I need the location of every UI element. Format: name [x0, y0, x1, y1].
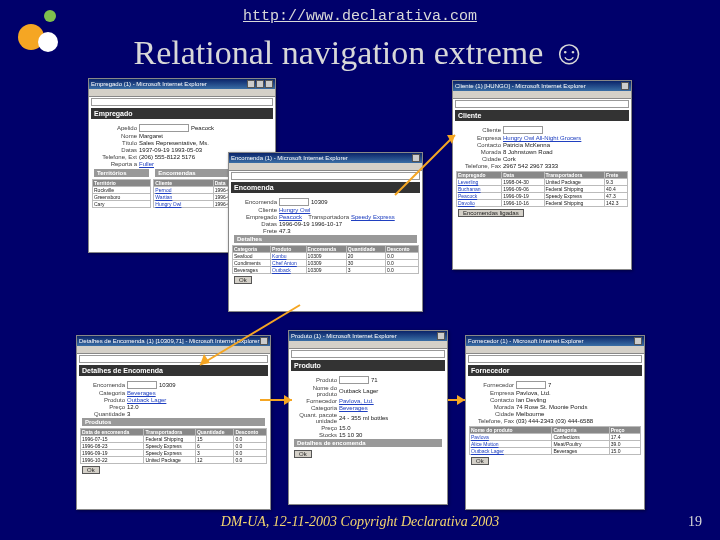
- field[interactable]: [339, 376, 369, 384]
- label: Cidade: [469, 411, 514, 417]
- label: Contacto: [456, 142, 501, 148]
- address-bar[interactable]: [455, 100, 629, 108]
- link[interactable]: Speedy Express: [351, 214, 395, 220]
- label: Transportadora: [304, 214, 349, 220]
- link-button[interactable]: Encomendas ligadas: [458, 209, 524, 217]
- label: Cliente: [232, 207, 277, 213]
- field[interactable]: [139, 124, 189, 132]
- field[interactable]: [279, 198, 309, 206]
- address-bar[interactable]: [91, 98, 273, 106]
- label: Encomenda: [232, 199, 277, 205]
- label: Reporta a: [92, 161, 137, 167]
- min-icon[interactable]: [247, 80, 255, 88]
- link[interactable]: Beverages: [127, 390, 156, 396]
- produtos-table: Data de encomendaTransportadoraQuantidad…: [80, 428, 267, 464]
- page-number: 19: [688, 514, 702, 530]
- label: Categoria: [292, 405, 337, 411]
- titlebar: Fornecedor (1) - Microsoft Internet Expl…: [466, 336, 644, 346]
- ok-button[interactable]: Ok: [234, 276, 252, 284]
- titlebar-text: Produto (1) - Microsoft Internet Explore…: [291, 331, 397, 341]
- encomendas-table: EmpregadoDataTransportadoraFrete Leverli…: [456, 171, 628, 207]
- label: Telefone, Fax: [456, 163, 501, 169]
- page-heading: Empregado: [91, 108, 273, 119]
- address-bar[interactable]: [231, 172, 420, 180]
- titlebar: Produto (1) - Microsoft Internet Explore…: [289, 331, 447, 341]
- field[interactable]: [516, 381, 546, 389]
- ok-button[interactable]: Ok: [294, 450, 312, 458]
- label: Empresa: [469, 390, 514, 396]
- address-bar[interactable]: [79, 355, 268, 363]
- window-detalhes: Detalhes de Encomenda (1) [10309,71] - M…: [76, 335, 271, 510]
- subheading: Detalhes: [234, 235, 417, 243]
- value: 2967 542 2967 3333: [503, 163, 558, 169]
- toolbar: [89, 89, 275, 97]
- field[interactable]: [503, 126, 543, 134]
- link[interactable]: Hungry Owl All-Night Grocers: [503, 135, 581, 141]
- value: 1937-09-19 1993-05-03: [139, 147, 202, 153]
- label: Empresa: [456, 135, 501, 141]
- value: Patricia McKenna: [503, 142, 550, 148]
- label: Quantidade: [80, 411, 125, 417]
- titlebar-text: Fornecedor (1) - Microsoft Internet Expl…: [468, 336, 583, 346]
- value: 3: [127, 411, 130, 417]
- value: Peacock: [191, 125, 214, 131]
- window-encomenda: Encomenda (1) - Microsoft Internet Explo…: [228, 152, 423, 312]
- label: Datas: [92, 147, 137, 153]
- close-icon[interactable]: [437, 332, 445, 340]
- value: Outback Lager: [339, 388, 378, 394]
- link[interactable]: Fuller: [139, 161, 154, 167]
- field[interactable]: [127, 381, 157, 389]
- max-icon[interactable]: [256, 80, 264, 88]
- ok-button[interactable]: Ok: [82, 466, 100, 474]
- link[interactable]: Beverages: [339, 405, 368, 411]
- value: 12.0: [127, 404, 139, 410]
- close-icon[interactable]: [621, 82, 629, 90]
- close-icon[interactable]: [260, 337, 268, 345]
- value: 7: [548, 382, 551, 388]
- value: Sales Representative, Ms.: [139, 140, 209, 146]
- footer-text: DM-UA, 12-11-2003 Copyright Declarativa …: [0, 514, 720, 530]
- value: 71: [371, 377, 378, 383]
- subheading: Produtos: [82, 418, 265, 426]
- close-icon[interactable]: [412, 154, 420, 162]
- label: Frete: [232, 228, 277, 234]
- label: Apelido: [92, 125, 137, 131]
- label: Empregado: [232, 214, 277, 220]
- value: (206) 555-8122 5176: [139, 154, 195, 160]
- value: 74 Rose St. Moonie Ponds: [516, 404, 587, 410]
- link[interactable]: Hungry Owl: [279, 207, 310, 213]
- value: 8 Johnstown Road: [503, 149, 553, 155]
- link[interactable]: Pavlova, Ltd.: [339, 398, 374, 404]
- label: Contacto: [469, 397, 514, 403]
- label: Título: [92, 140, 137, 146]
- label: Datas: [232, 221, 277, 227]
- titlebar: Empregado (1) - Microsoft Internet Explo…: [89, 79, 275, 89]
- address-bar[interactable]: [468, 355, 642, 363]
- close-icon[interactable]: [265, 80, 273, 88]
- produtos-table: Nome do produtoCategoriaPreço PavlovaCon…: [469, 426, 641, 455]
- titlebar-text: Empregado (1) - Microsoft Internet Explo…: [91, 79, 207, 89]
- titlebar-text: Detalhes de Encomenda (1) [10309,71] - M…: [79, 336, 259, 346]
- label: Nome do produto: [292, 385, 337, 397]
- window-cliente: Cliente (1) [HUNGO] - Microsoft Internet…: [452, 80, 632, 270]
- link[interactable]: Outback Lager: [127, 397, 166, 403]
- address-bar[interactable]: [291, 350, 445, 358]
- label: Produto: [292, 377, 337, 383]
- link[interactable]: Peacock: [279, 214, 302, 220]
- label: Cliente: [456, 127, 501, 133]
- header-url: http://www.declarativa.com: [0, 8, 720, 25]
- titlebar: Cliente (1) [HUNGO] - Microsoft Internet…: [453, 81, 631, 91]
- ok-button[interactable]: Ok: [471, 457, 489, 465]
- label: Cidade: [456, 156, 501, 162]
- value: 10309: [311, 199, 328, 205]
- window-produto: Produto (1) - Microsoft Internet Explore…: [288, 330, 448, 505]
- close-icon[interactable]: [634, 337, 642, 345]
- page-heading: Produto: [291, 360, 445, 371]
- label: Telefone, Fax: [469, 418, 514, 424]
- subheading: Territórios: [94, 169, 149, 177]
- page-heading: Detalhes de Encomenda: [79, 365, 268, 376]
- label: Fornecedor: [469, 382, 514, 388]
- value: Melbourne: [516, 411, 544, 417]
- label: Morada: [456, 149, 501, 155]
- territorios-table: Território Rockville Greensboro Cary: [92, 179, 151, 208]
